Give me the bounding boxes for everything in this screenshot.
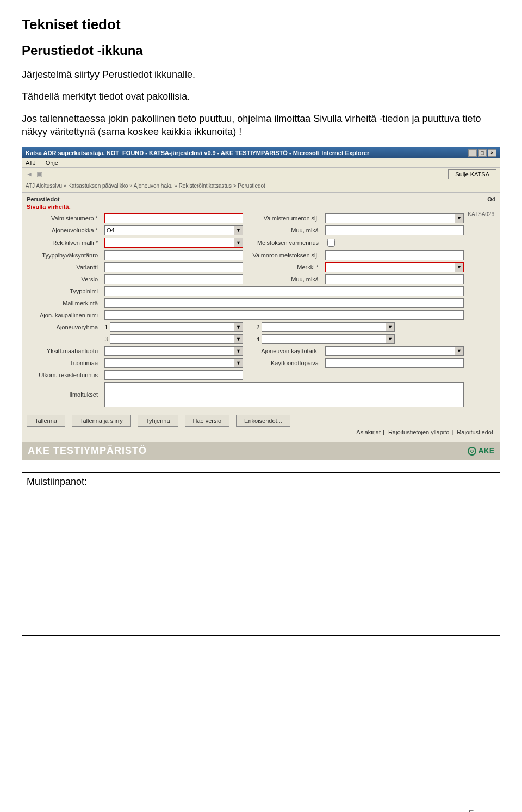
select-ajoneuvoluokka[interactable] (104, 225, 243, 235)
erikoisehdot-button[interactable]: Erikoisehdot... (236, 415, 290, 427)
maximize-icon[interactable]: □ (478, 149, 487, 157)
select-ajoneuvoryhma-3[interactable] (110, 334, 243, 344)
select-ajoneuvoryhma-1[interactable] (110, 322, 243, 332)
screen-code: KATSA026 (468, 211, 494, 217)
input-muu-mika-1[interactable] (325, 225, 464, 235)
heading-1: Tekniset tiedot (22, 16, 500, 33)
label-num-2: 2 (254, 324, 259, 330)
textarea-ilmoitukset[interactable] (104, 382, 464, 407)
label-tyyppinimi: Tyyppinimi (27, 288, 100, 294)
menu-atj[interactable]: ATJ (26, 159, 36, 166)
label-meistoksen-varmennus: Meistoksen varmennus (247, 239, 321, 246)
panel-code-o4: O4 (487, 196, 495, 202)
label-mallimerkinta: Mallimerkintä (27, 300, 100, 306)
checkbox-meistoksen-varmennus[interactable] (327, 239, 335, 247)
select-ajoneuvoryhma-2[interactable] (262, 322, 395, 332)
error-message: Sivulla virheitä. (27, 204, 495, 210)
notes-box: Muistiinpanot: (22, 472, 500, 636)
panel-title: Perustiedot (27, 196, 60, 202)
label-versio: Versio (27, 276, 100, 282)
tallenna-ja-siirry-button[interactable]: Tallenna ja siirry (72, 415, 131, 427)
select-valmistenumeron-sij[interactable] (325, 213, 464, 223)
label-rek-kilven-malli: Rek.kilven malli * (27, 239, 100, 246)
select-merkki[interactable] (325, 262, 464, 272)
select-rek-kilven-malli[interactable] (104, 238, 243, 248)
toolbar: ◄ ▣ Sulje KATSA (22, 168, 500, 181)
environment-label: AKE TESTIYMPÄRISTÖ (28, 445, 147, 457)
input-kayttoonottopaiva[interactable] (325, 358, 464, 368)
label-ajoneuvon-kayttotark: Ajoneuvon käyttötark. (247, 348, 321, 354)
select-ajoneuvon-kayttotark[interactable] (325, 346, 464, 356)
tyhjenna-button[interactable]: Tyhjennä (138, 415, 178, 427)
label-muu-mika-1: Muu, mikä (247, 227, 321, 233)
input-valmnron-meistoksen-sij[interactable] (325, 250, 464, 260)
minimize-icon[interactable]: _ (468, 149, 477, 157)
input-ajon-kaupallinen-nimi[interactable] (104, 310, 464, 320)
footer-bar: AKE TESTIYMPÄRISTÖ AKE (22, 442, 500, 460)
input-valmistenumero[interactable] (104, 213, 243, 223)
label-muu-mika-2: Muu, mikä (247, 276, 321, 282)
window-titlebar: Katsa ADR superkatsastaja, NOT_FOUND - K… (22, 147, 500, 158)
input-muu-mika-2[interactable] (325, 274, 464, 284)
label-merkki: Merkki * (247, 264, 321, 270)
label-tyyppihyvaksyntanro: Tyyppihyväksyntänro (27, 252, 100, 259)
ake-logo: AKE (468, 446, 494, 456)
label-valmistenumeron-sij: Valmistenumeron sij. (247, 215, 321, 222)
input-tyyppinimi[interactable] (104, 286, 464, 296)
input-mallimerkinta[interactable] (104, 298, 464, 308)
label-ilmoitukset: Ilmoitukset (27, 391, 100, 398)
hae-versio-button[interactable]: Hae versio (185, 415, 230, 427)
stop-icon[interactable]: ▣ (35, 170, 43, 178)
label-ulkom-rekisteritunnus: Ulkom. rekisteritunnus (27, 372, 100, 378)
close-katsa-button[interactable]: Sulje KATSA (448, 169, 496, 179)
input-ulkom-rekisteritunnus[interactable] (104, 370, 243, 380)
label-num-1: 1 (102, 324, 108, 330)
select-tuontimaa[interactable] (104, 358, 243, 368)
back-icon[interactable]: ◄ (26, 170, 33, 178)
ake-logo-icon (468, 447, 476, 456)
label-valmistenumero: Valmistenumero * (27, 215, 100, 222)
tallenna-button[interactable]: Tallenna (27, 415, 65, 427)
bottom-links: Asiakirjat| Rajoitustietojen ylläpito| R… (27, 429, 495, 435)
browser-window: Katsa ADR superkatsastaja, NOT_FOUND - K… (22, 147, 500, 460)
select-yksitt-maahantuotu[interactable] (104, 346, 243, 356)
link-asiakirjat[interactable]: Asiakirjat (354, 429, 383, 435)
link-rajoitustiedot[interactable]: Rajoitustiedot (455, 429, 495, 435)
label-num-3: 3 (102, 336, 108, 342)
heading-2: Perustiedot -ikkuna (22, 43, 500, 58)
label-tuontimaa: Tuontimaa (27, 360, 100, 366)
label-num-4: 4 (254, 336, 259, 342)
paragraph-3: Jos tallennettaessa jokin pakollinen tie… (22, 112, 500, 139)
close-icon[interactable]: × (488, 149, 496, 157)
label-kayttoonottopaiva: Käyttöönottopäivä (247, 360, 321, 366)
label-variantti: Variantti (27, 264, 100, 270)
label-ajoneuvoryhma: Ajoneuvoryhmä (27, 324, 100, 330)
menu-ohje[interactable]: Ohje (46, 159, 58, 166)
form-panel: Perustiedot O4 Sivulla virheitä. KATSA02… (22, 193, 500, 442)
link-rajoitustietojen-yllapito[interactable]: Rajoitustietojen ylläpito (386, 429, 452, 435)
input-versio[interactable] (104, 274, 243, 284)
menubar: ATJ Ohje (22, 158, 500, 168)
select-ajoneuvoryhma-4[interactable] (262, 334, 395, 344)
paragraph-1: Järjestelmä siirtyy Perustiedot ikkunall… (22, 68, 500, 81)
input-tyyppihyvaksyntanro[interactable] (104, 250, 243, 260)
notes-label: Muistiinpanot: (27, 476, 87, 487)
breadcrumb: ATJ Aloitussivu » Katsastuksen päävalikk… (22, 181, 500, 193)
paragraph-2: Tähdellä merkityt tiedot ovat pakollisia… (22, 90, 500, 103)
label-ajoneuvoluokka: Ajoneuvoluokka * (27, 227, 100, 233)
window-title: Katsa ADR superkatsastaja, NOT_FOUND - K… (26, 150, 369, 156)
input-variantti[interactable] (104, 262, 243, 272)
label-ajon-kaupallinen-nimi: Ajon. kaupallinen nimi (27, 312, 100, 318)
label-yksitt-maahantuotu: Yksitt.maahantuotu (27, 348, 100, 354)
page-number: 5 (469, 808, 474, 812)
label-valmnron-meistoksen-sij: Valmnron meistoksen sij. (247, 252, 321, 259)
